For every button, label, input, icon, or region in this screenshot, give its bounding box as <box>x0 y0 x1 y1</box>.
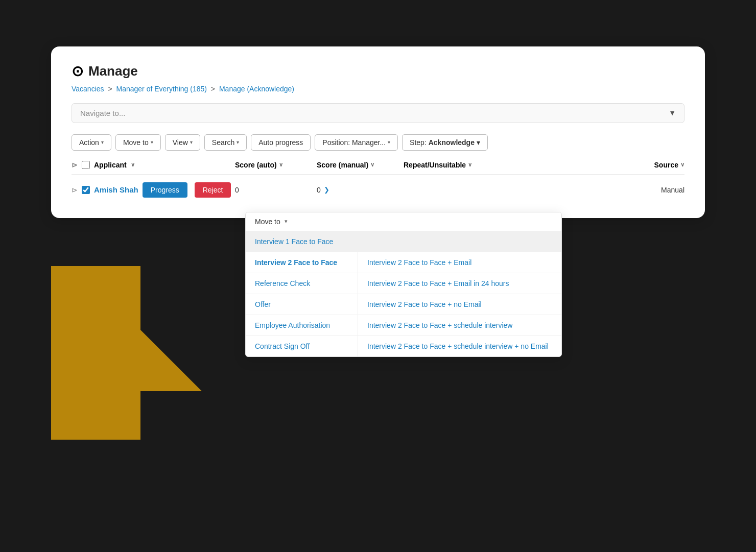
score-manual-value: 0 ❯ <box>317 186 404 194</box>
navigate-dropdown-arrow: ▼ <box>669 109 676 117</box>
col-header-applicant: ⊳ Applicant ∨ <box>72 161 235 169</box>
step-button[interactable]: Step: Acknowledge ▾ <box>402 134 488 151</box>
step-arrow: ▾ <box>477 138 480 147</box>
score-manual-expand-icon[interactable]: ❯ <box>324 186 329 194</box>
dropdown-right-offer: Interview 2 Face to Face + no Email <box>358 294 561 315</box>
score-auto-value: 0 <box>235 186 317 194</box>
dropdown-right-employee-auth: Interview 2 Face to Face + schedule inte… <box>358 315 561 335</box>
table-row: ⊳ Amish Shah Progress Reject 0 0 ❯ Manua… <box>72 175 684 202</box>
dropdown-item-contract[interactable]: Contract Sign Off Interview 2 Face to Fa… <box>246 336 561 356</box>
dropdown-item-reference-check[interactable]: Reference Check Interview 2 Face to Face… <box>246 273 561 294</box>
title-row: ⊙ Manage <box>72 63 684 80</box>
dropdown-rows: Interview 1 Face to Face Interview 2 Fac… <box>246 231 561 356</box>
applicant-name[interactable]: Amish Shah <box>94 185 138 194</box>
applicant-sort-icon[interactable]: ∨ <box>131 161 135 168</box>
breadcrumb-manage[interactable]: Manage (Acknowledge) <box>219 85 294 93</box>
dropdown-right-interview1 <box>358 231 561 252</box>
select-all-checkbox[interactable] <box>82 161 90 169</box>
score-auto-sort-icon[interactable]: ∨ <box>279 161 283 168</box>
moveto-dropdown-panel: Move to ▾ Interview 1 Face to Face Inter… <box>245 212 562 357</box>
dropdown-item-employee-auth[interactable]: Employee Authorisation Interview 2 Face … <box>246 315 561 336</box>
toolbar: Action ▾ Move to ▾ View ▾ Search ▾ Auto … <box>72 134 684 151</box>
source-sort-icon[interactable]: ∨ <box>680 161 684 168</box>
page-title: Manage <box>88 63 138 79</box>
dropdown-left-contract: Contract Sign Off <box>246 336 358 356</box>
dropdown-left-reference-check: Reference Check <box>246 273 358 294</box>
applicant-cell: ⊳ Amish Shah Progress Reject <box>72 182 235 198</box>
position-arrow: ▾ <box>388 139 390 145</box>
breadcrumb-vacancies[interactable]: Vacancies <box>72 85 104 93</box>
dropdown-left-interview1: Interview 1 Face to Face <box>246 231 358 252</box>
dropdown-item-interview1[interactable]: Interview 1 Face to Face <box>246 231 561 252</box>
reject-button[interactable]: Reject <box>195 182 231 198</box>
move-to-button[interactable]: Move to ▾ <box>115 134 161 151</box>
action-button[interactable]: Action ▾ <box>72 134 111 151</box>
row-checkbox[interactable] <box>82 186 90 194</box>
source-value: Manual <box>506 186 684 194</box>
dropdown-right-reference-check: Interview 2 Face to Face + Email in 24 h… <box>358 273 561 294</box>
dropdown-item-offer[interactable]: Offer Interview 2 Face to Face + no Emai… <box>246 294 561 315</box>
col-header-score-manual: Score (manual) ∨ <box>317 161 404 169</box>
table-header: ⊳ Applicant ∨ Score (auto) ∨ Score (manu… <box>72 161 684 175</box>
col-header-repeat: Repeat/Unsuitable ∨ <box>404 161 506 169</box>
view-arrow: ▾ <box>190 139 193 145</box>
search-button[interactable]: Search ▾ <box>204 134 247 151</box>
filter-icon: ⊳ <box>72 161 78 169</box>
row-filter-icon: ⊳ <box>72 186 78 194</box>
repeat-sort-icon[interactable]: ∨ <box>468 161 472 168</box>
gold-decoration-bar <box>51 266 140 440</box>
navigate-to-label: Navigate to... <box>80 109 125 117</box>
moveto-arrow: ▾ <box>151 139 153 145</box>
dropdown-left-employee-auth: Employee Authorisation <box>246 315 358 335</box>
gold-decoration-triangle <box>140 330 202 391</box>
col-header-score-auto: Score (auto) ∨ <box>235 161 317 169</box>
search-arrow: ▾ <box>237 139 239 145</box>
dropdown-right-interview2: Interview 2 Face to Face + Email <box>358 252 561 273</box>
dropdown-right-contract: Interview 2 Face to Face + schedule inte… <box>358 336 561 356</box>
col-header-source: Source ∨ <box>506 161 684 169</box>
action-arrow: ▾ <box>101 139 104 145</box>
dropdown-left-offer: Offer <box>246 294 358 315</box>
score-manual-sort-icon[interactable]: ∨ <box>370 161 374 168</box>
dropdown-header: Move to ▾ <box>246 212 561 231</box>
auto-progress-button[interactable]: Auto progress <box>251 134 311 151</box>
position-button[interactable]: Position: Manager... ▾ <box>315 134 398 151</box>
dropdown-moveto-label: Move to <box>255 218 280 226</box>
dropdown-left-interview2: Interview 2 Face to Face <box>246 252 358 273</box>
dropdown-item-interview2[interactable]: Interview 2 Face to Face Interview 2 Fac… <box>246 252 561 273</box>
view-button[interactable]: View ▾ <box>165 134 200 151</box>
breadcrumb-vacancy[interactable]: Manager of Everything (185) <box>116 85 207 93</box>
progress-button[interactable]: Progress <box>143 182 187 198</box>
main-card: ⊙ Manage Vacancies > Manager of Everythi… <box>51 46 705 218</box>
dropdown-arrow-icon: ▾ <box>285 218 288 225</box>
breadcrumb: Vacancies > Manager of Everything (185) … <box>72 85 684 93</box>
manage-icon: ⊙ <box>72 63 83 80</box>
navigate-to-bar[interactable]: Navigate to... ▼ <box>72 103 684 123</box>
